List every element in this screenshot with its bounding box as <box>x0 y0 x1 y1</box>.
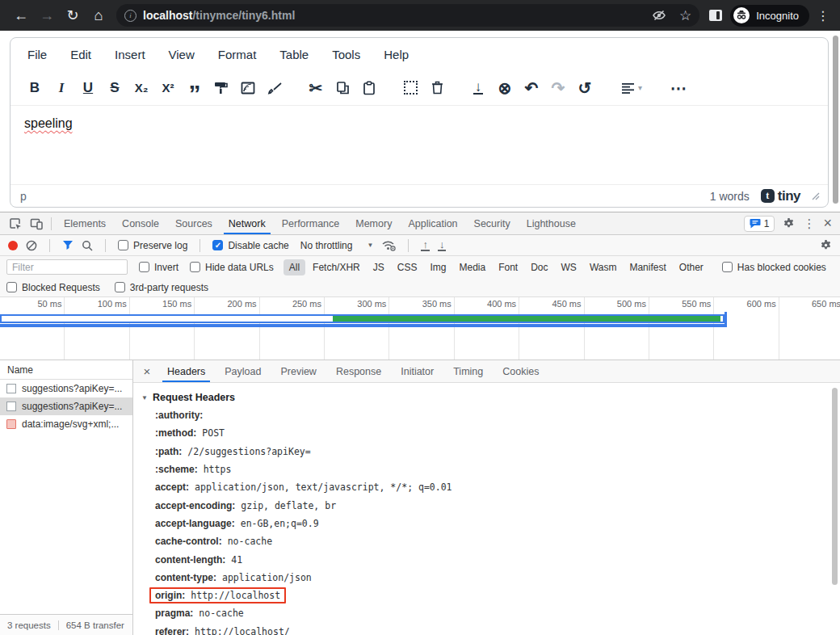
address-bar[interactable]: i localhost/tinymce/tiny6.html ☆ <box>116 4 699 27</box>
home-icon[interactable]: ⌂ <box>86 7 111 24</box>
italic-button[interactable]: I <box>52 78 71 99</box>
resource-type-filter[interactable]: Doc <box>525 259 553 275</box>
close-detail-icon[interactable]: × <box>136 360 158 382</box>
disable-cache-checkbox[interactable]: ✓ Disable cache <box>212 240 288 251</box>
devtools-tab[interactable]: Network <box>220 212 274 234</box>
request-row[interactable]: suggestions?apiKey=... <box>0 397 132 415</box>
import-har-icon[interactable]: ↑ <box>421 240 430 251</box>
hide-data-urls-checkbox[interactable]: Hide data URLs <box>190 262 274 273</box>
resource-type-filter[interactable]: Manifest <box>624 259 671 275</box>
resize-handle-icon[interactable] <box>812 192 820 200</box>
inspect-element-icon[interactable] <box>5 212 26 234</box>
back-icon[interactable]: ← <box>8 7 34 24</box>
devtools-tab[interactable]: Application <box>400 212 465 234</box>
menubar-item[interactable]: Insert <box>115 48 145 61</box>
undo-button[interactable]: ↶ <box>522 78 541 99</box>
resource-type-filter[interactable]: All <box>284 259 305 275</box>
bookmark-star-icon[interactable]: ☆ <box>679 7 691 24</box>
word-count[interactable]: 1 words <box>710 190 750 203</box>
checkbox-checked[interactable]: ✓ <box>212 240 223 250</box>
filter-input[interactable] <box>6 259 128 275</box>
cancel-button[interactable]: ⊗ <box>495 78 514 99</box>
network-conditions-icon[interactable] <box>381 239 396 251</box>
element-path[interactable]: p <box>20 190 27 203</box>
menubar-item[interactable]: Table <box>279 48 309 61</box>
resource-type-filter[interactable]: WS <box>556 259 582 275</box>
checkbox-unchecked[interactable] <box>118 240 128 250</box>
restore-draft-button[interactable]: ↺ <box>575 78 594 99</box>
page-scrollbar[interactable] <box>833 36 838 204</box>
has-blocked-cookies-checkbox[interactable]: Has blocked cookies <box>722 262 826 273</box>
resource-type-filter[interactable]: JS <box>368 259 390 275</box>
request-row[interactable]: suggestions?apiKey=... <box>0 380 132 397</box>
blockquote-button[interactable]: ” <box>185 78 204 99</box>
devtools-close-icon[interactable]: × <box>823 215 832 232</box>
invert-checkbox[interactable]: Invert <box>139 262 178 273</box>
devtools-tab[interactable]: Sources <box>167 212 220 234</box>
detail-tab[interactable]: Response <box>326 360 391 382</box>
resource-type-filter[interactable]: Wasm <box>584 259 623 275</box>
delete-button[interactable] <box>427 78 447 99</box>
devtools-menu-icon[interactable]: ⋮ <box>803 217 815 231</box>
export-har-icon[interactable]: ↓ <box>438 240 447 251</box>
copy-button[interactable] <box>333 78 352 99</box>
network-settings-gear-icon[interactable] <box>820 239 832 251</box>
menubar-item[interactable]: Format <box>218 48 257 61</box>
resource-type-filter[interactable]: Media <box>453 259 491 275</box>
filter-funnel-icon[interactable] <box>62 240 74 250</box>
bold-button[interactable]: B <box>25 78 44 99</box>
checkbox-unchecked[interactable] <box>722 262 733 272</box>
detail-tab[interactable]: Preview <box>271 360 326 382</box>
detail-tab[interactable]: Payload <box>215 360 271 382</box>
menubar-item[interactable]: View <box>169 48 195 61</box>
strikethrough-button[interactable]: S <box>105 78 124 99</box>
reload-icon[interactable]: ↻ <box>60 6 86 24</box>
throttling-dropdown[interactable]: No throttling ▼ <box>300 240 374 251</box>
paste-button[interactable] <box>359 78 379 99</box>
insert-image-button[interactable] <box>238 78 258 99</box>
save-button[interactable]: ↓ <box>468 78 488 99</box>
checkbox-unchecked[interactable] <box>139 262 149 272</box>
resource-type-filter[interactable]: Other <box>674 259 709 275</box>
permanent-pen-button[interactable] <box>265 78 284 99</box>
align-dropdown-button[interactable]: ▾ <box>616 78 647 99</box>
cut-button[interactable]: ✂ <box>306 78 326 99</box>
forward-icon[interactable]: → <box>34 7 60 24</box>
detail-scrollbar[interactable] <box>832 388 838 585</box>
menubar-item[interactable]: Edit <box>70 48 91 61</box>
misspelled-word[interactable]: speeling <box>24 116 73 130</box>
detail-tab[interactable]: Cookies <box>493 360 548 382</box>
resource-type-filter[interactable]: Font <box>493 259 523 275</box>
disclosure-triangle-icon[interactable]: ▼ <box>141 394 148 402</box>
more-button[interactable]: ⋯ <box>669 78 688 99</box>
issues-badge[interactable]: 1 <box>744 216 775 232</box>
resource-type-filter[interactable]: Img <box>424 259 452 275</box>
request-row[interactable]: data:image/svg+xml;... <box>0 415 132 433</box>
resource-type-filter[interactable]: CSS <box>392 259 423 275</box>
resource-type-filter[interactable]: Fetch/XHR <box>307 259 366 275</box>
detail-tab[interactable]: Timing <box>443 360 493 382</box>
search-icon[interactable] <box>82 240 93 251</box>
name-column-header[interactable]: Name <box>0 360 132 380</box>
select-all-button[interactable] <box>401 78 420 99</box>
page-info-icon[interactable]: i <box>124 10 136 22</box>
browser-menu-icon[interactable]: ⋮ <box>814 8 832 23</box>
record-icon[interactable] <box>8 241 18 250</box>
request-headers-section[interactable]: ▼ Request Headers <box>133 389 840 406</box>
devtools-tab[interactable]: Memory <box>347 212 400 234</box>
settings-gear-icon[interactable] <box>783 217 795 229</box>
subscript-button[interactable]: X₂ <box>132 78 151 99</box>
superscript-button[interactable]: X² <box>158 78 178 99</box>
detail-tab[interactable]: Initiator <box>391 360 443 382</box>
checkbox-unchecked[interactable] <box>190 262 200 272</box>
menubar-item[interactable]: File <box>27 48 47 61</box>
network-overview-timeline[interactable]: 50 ms100 ms150 ms200 ms250 ms300 ms350 m… <box>0 297 840 360</box>
underline-button[interactable]: U <box>78 78 98 99</box>
devtools-tab[interactable]: Security <box>466 212 519 234</box>
format-painter-button[interactable] <box>212 78 231 99</box>
checkbox-unchecked[interactable] <box>115 282 125 292</box>
third-party-requests-checkbox[interactable]: 3rd-party requests <box>115 282 208 293</box>
clear-icon[interactable] <box>26 240 37 251</box>
devtools-tab[interactable]: Elements <box>56 212 114 234</box>
devtools-tab[interactable]: Lighthouse <box>519 212 584 234</box>
